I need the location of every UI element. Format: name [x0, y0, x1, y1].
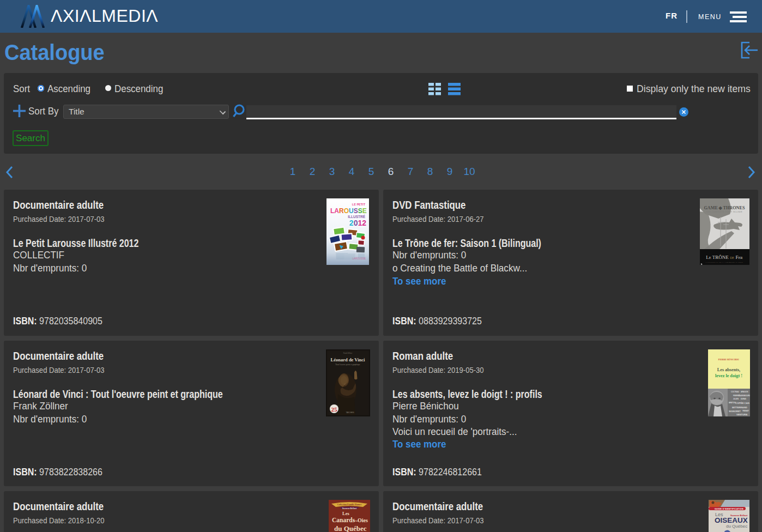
svg-text:LE TRÔNE DE FER: LE TRÔNE DE FER	[706, 255, 743, 260]
svg-text:Tout l'oeuvre peint et graphiq: Tout l'oeuvre peint et graphique	[335, 364, 360, 366]
svg-text:JULIEN: JULIEN	[733, 398, 739, 400]
svg-text:LE PETIT: LE PETIT	[352, 203, 366, 206]
svg-text:GAINSBOURG: GAINSBOURG	[739, 395, 750, 397]
svg-text:PIERRE BÉNICHOU: PIERRE BÉNICHOU	[718, 358, 740, 361]
svg-text:Oies: Oies	[358, 517, 368, 523]
svg-text:LAROUSSE: LAROUSSE	[330, 207, 367, 215]
svg-text:COPÉE CAS: COPÉE CAS	[735, 402, 749, 404]
svg-text:GUIDE D'IDENTIFICATION: GUIDE D'IDENTIFICATION	[715, 508, 743, 510]
svg-text:TASCHEN: TASCHEN	[346, 412, 355, 414]
svg-text:Canards: Canards	[332, 517, 355, 523]
svg-text:Léonard de Vinci: Léonard de Vinci	[331, 357, 365, 362]
svg-text:du Québec: du Québec	[334, 524, 367, 532]
svg-text:THE COMPLETE FIRST SEASON: THE COMPLETE FIRST SEASON	[706, 211, 742, 213]
svg-text:du Québec: du Québec	[726, 524, 747, 529]
svg-text:SIGNORET: SIGNORET	[729, 410, 741, 413]
svg-text:COCTEAU: COCTEAU	[731, 391, 739, 393]
svg-text:Les absents,: Les absents,	[717, 367, 740, 372]
svg-text:DURAS: DURAS	[741, 398, 746, 400]
svg-text:BRETON: BRETON	[729, 402, 736, 404]
svg-text:GAME ◆ THRONES: GAME ◆ THRONES	[704, 205, 745, 210]
svg-text:2012: 2012	[349, 219, 366, 227]
svg-text:Frank Zöllner: Frank Zöllner	[343, 352, 353, 354]
svg-text:L'INTÉGRALE DE LA PREMIÈRE SAI: L'INTÉGRALE DE LA PREMIÈRE SAISON	[706, 262, 743, 263]
svg-text:ILLUSTRÉ: ILLUSTRÉ	[348, 214, 365, 219]
svg-text:OISEAUX: OISEAUX	[715, 516, 748, 524]
svg-text:25: 25	[331, 406, 338, 413]
svg-text:VENTURA: VENTURA	[736, 413, 747, 416]
svg-text:TRENET: TRENET	[742, 410, 749, 412]
svg-text:LAROUSSE: LAROUSSE	[352, 257, 366, 260]
svg-text:ARAGON: ARAGON	[741, 391, 748, 393]
svg-text:Les: Les	[342, 511, 349, 516]
svg-text:MITTERRAND: MITTERRAND	[732, 406, 747, 409]
svg-text:Collection Famille Plumes: Collection Famille Plumes	[337, 503, 362, 506]
svg-text:Suzanne Brillant: Suzanne Brillant	[342, 507, 357, 510]
svg-text:levez le doigt !: levez le doigt !	[715, 373, 742, 378]
